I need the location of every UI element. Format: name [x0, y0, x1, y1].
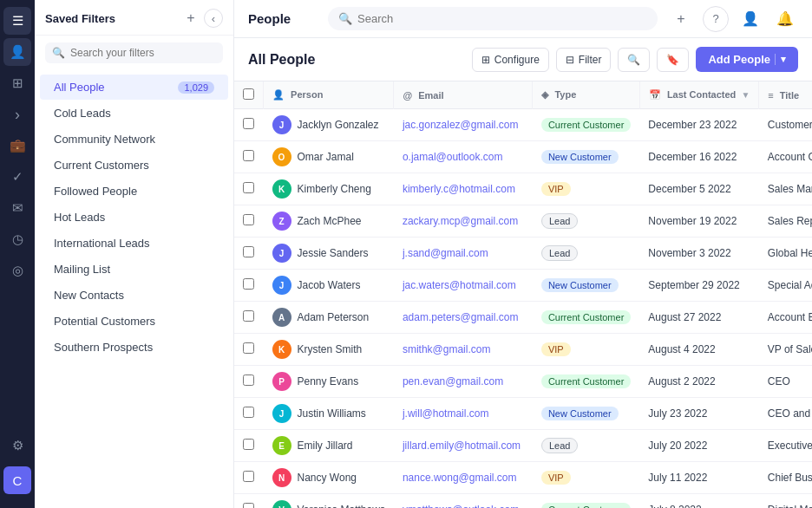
person-name: Penny Evans: [298, 375, 359, 388]
add-filter-button[interactable]: +: [181, 9, 200, 28]
row-checkbox[interactable]: [243, 374, 254, 386]
email-cell[interactable]: o.jamal@outlook.com: [394, 141, 533, 173]
select-all-checkbox[interactable]: [243, 88, 254, 100]
sidebar-filter-item[interactable]: Cold Leads: [40, 101, 228, 126]
email-cell[interactable]: adam.peters@gmail.com: [394, 302, 533, 334]
row-checkbox[interactable]: [243, 503, 254, 508]
user-button[interactable]: 👤: [737, 6, 763, 32]
email-cell[interactable]: zackary.mcp@gmail.com: [394, 205, 533, 238]
sidebar-filter-item[interactable]: Hot Leads: [40, 205, 228, 230]
sidebar-filter-item[interactable]: Potential Customers: [40, 309, 228, 334]
add-people-chevron: ▾: [775, 54, 786, 65]
email-cell[interactable]: jillard.emily@hotmail.com: [394, 430, 533, 462]
search-table-button[interactable]: 🔍: [618, 48, 650, 72]
row-checkbox[interactable]: [243, 407, 254, 418]
person-cell[interactable]: K Kimberly Cheng: [264, 173, 394, 205]
type-col-header[interactable]: ◈ Type: [533, 81, 639, 109]
configure-button[interactable]: ⊞ Configure: [472, 48, 549, 72]
email-link[interactable]: j.will@hotmail.com: [403, 407, 489, 420]
table-wrap[interactable]: 👤 Person @ Email ◈ Type 📅: [234, 81, 812, 508]
row-checkbox[interactable]: [243, 278, 254, 290]
row-checkbox[interactable]: [243, 150, 254, 161]
search-icon: 🔍: [52, 47, 65, 59]
email-link[interactable]: nance.wong@gmail.com: [403, 472, 517, 484]
sidebar-filter-item[interactable]: Mailing List: [40, 257, 228, 282]
email-cell[interactable]: kimberly.c@hotmail.com: [394, 173, 533, 205]
email-cell[interactable]: jac.gonzalez@gmail.com: [394, 109, 533, 141]
grid-nav-icon[interactable]: ⊞: [3, 69, 31, 97]
email-link[interactable]: adam.peters@gmail.com: [403, 311, 519, 323]
last-contacted-col-header[interactable]: 📅 Last Contacted ▼: [639, 81, 759, 109]
person-cell[interactable]: N Nancy Wong: [264, 462, 394, 494]
row-checkbox[interactable]: [243, 342, 254, 354]
add-people-button[interactable]: Add People ▾: [696, 47, 798, 72]
help-button[interactable]: ?: [703, 6, 729, 32]
email-cell[interactable]: j.will@hotmail.com: [394, 398, 533, 430]
person-col-header[interactable]: 👤 Person: [264, 81, 394, 109]
email-link[interactable]: zackary.mcp@gmail.com: [403, 215, 518, 227]
briefcase-nav-icon[interactable]: 💼: [3, 132, 31, 160]
person-cell[interactable]: V Veronica Matthews: [264, 494, 394, 509]
row-checkbox[interactable]: [243, 471, 254, 482]
person-name: Justin Williams: [298, 407, 366, 420]
email-cell[interactable]: j.sand@gmail.com: [394, 238, 533, 270]
global-search-input[interactable]: [357, 12, 647, 25]
row-checkbox[interactable]: [243, 118, 254, 129]
sidebar-filter-item[interactable]: Followed People: [40, 179, 228, 204]
settings-nav-icon[interactable]: ⚙: [3, 432, 31, 459]
check-nav-icon[interactable]: ✓: [3, 163, 31, 191]
email-link[interactable]: jillard.emily@hotmail.com: [403, 440, 521, 452]
sidebar-filter-item[interactable]: International Leads: [40, 231, 228, 256]
row-checkbox[interactable]: [243, 439, 254, 450]
add-button[interactable]: +: [668, 6, 694, 32]
person-cell[interactable]: J Jacob Waters: [264, 270, 394, 302]
person-cell[interactable]: J Jacklyn Gonzalez: [264, 109, 394, 141]
row-checkbox[interactable]: [243, 310, 254, 322]
person-cell[interactable]: J Jessie Sanders: [264, 238, 394, 270]
sidebar-filter-item[interactable]: All People1,029: [40, 75, 228, 100]
email-link[interactable]: vmatthews@outlook.com: [403, 504, 519, 508]
sidebar-filter-item[interactable]: Community Network: [40, 127, 228, 152]
email-col-header[interactable]: @ Email: [394, 81, 533, 109]
row-checkbox[interactable]: [243, 214, 254, 225]
mail-nav-icon[interactable]: ✉: [3, 194, 31, 222]
email-link[interactable]: j.sand@gmail.com: [403, 247, 488, 259]
person-cell[interactable]: Z Zach McPhee: [264, 205, 394, 238]
email-link[interactable]: kimberly.c@hotmail.com: [403, 183, 515, 195]
sidebar-filter-item[interactable]: New Contacts: [40, 283, 228, 308]
email-cell[interactable]: vmatthews@outlook.com: [394, 494, 533, 509]
email-link[interactable]: jac.gonzalez@gmail.com: [403, 119, 519, 131]
title-col-icon: ≡: [768, 90, 773, 101]
email-link[interactable]: smithk@gmail.com: [403, 343, 491, 355]
email-cell[interactable]: nance.wong@gmail.com: [394, 462, 533, 494]
email-link[interactable]: jac.waters@hotmail.com: [403, 279, 516, 291]
email-link[interactable]: pen.evan@gmail.com: [403, 375, 503, 388]
title-col-header[interactable]: ≡ Title: [759, 81, 812, 109]
sidebar-filter-item[interactable]: Southern Prospects: [40, 335, 228, 360]
email-cell[interactable]: jac.waters@hotmail.com: [394, 270, 533, 302]
chevron-nav-icon[interactable]: ›: [3, 101, 31, 128]
email-cell[interactable]: pen.evan@gmail.com: [394, 366, 533, 398]
bookmark-button[interactable]: 🔖: [657, 48, 689, 72]
row-checkbox[interactable]: [243, 246, 254, 257]
back-button[interactable]: ‹: [204, 9, 223, 28]
row-checkbox[interactable]: [243, 182, 254, 193]
chart-nav-icon[interactable]: ◎: [3, 257, 31, 284]
person-cell[interactable]: J Justin Williams: [264, 398, 394, 430]
person-cell[interactable]: A Adam Peterson: [264, 302, 394, 334]
person-cell[interactable]: E Emily Jillard: [264, 430, 394, 462]
menu-icon[interactable]: ☰: [3, 7, 31, 35]
person-nav-icon[interactable]: 👤: [3, 38, 31, 66]
search-input[interactable]: [70, 47, 216, 59]
sidebar-filter-item[interactable]: Current Customers: [40, 153, 228, 178]
email-cell[interactable]: smithk@gmail.com: [394, 334, 533, 366]
person-cell[interactable]: K Krysten Smith: [264, 334, 394, 366]
person-cell[interactable]: O Omar Jamal: [264, 141, 394, 173]
person-cell[interactable]: P Penny Evans: [264, 366, 394, 398]
email-link[interactable]: o.jamal@outlook.com: [403, 151, 503, 163]
bell-button[interactable]: 🔔: [772, 6, 798, 32]
filter-button[interactable]: ⊟ Filter: [556, 48, 612, 72]
type-badge: New Customer: [541, 150, 619, 164]
title-cell: Executive Marketin...: [759, 430, 812, 462]
clock-nav-icon[interactable]: ◷: [3, 225, 31, 253]
